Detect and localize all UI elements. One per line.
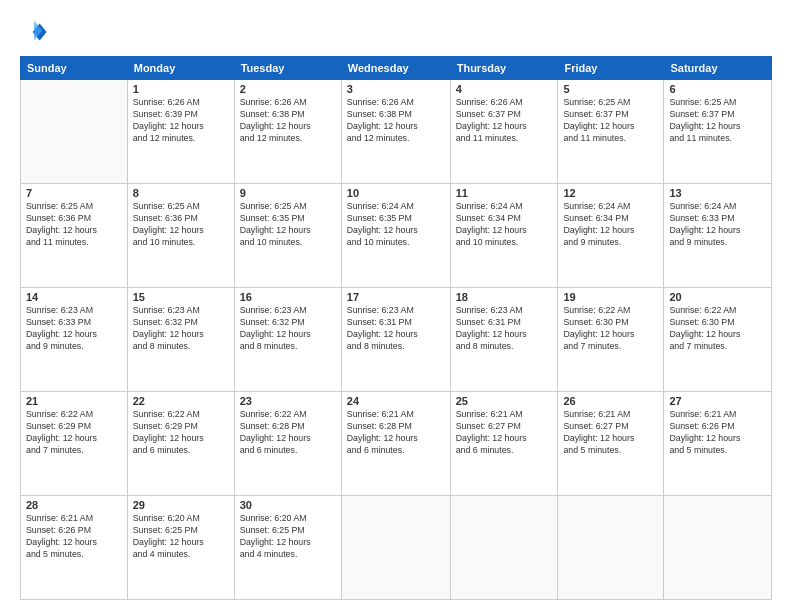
day-header-sunday: Sunday bbox=[21, 57, 128, 80]
day-cell: 21Sunrise: 6:22 AMSunset: 6:29 PMDayligh… bbox=[21, 392, 128, 496]
day-info: Sunrise: 6:26 AMSunset: 6:38 PMDaylight:… bbox=[240, 97, 336, 145]
day-info: Sunrise: 6:24 AMSunset: 6:34 PMDaylight:… bbox=[563, 201, 658, 249]
day-cell: 19Sunrise: 6:22 AMSunset: 6:30 PMDayligh… bbox=[558, 288, 664, 392]
day-cell bbox=[664, 496, 772, 600]
day-number: 25 bbox=[456, 395, 553, 407]
day-number: 9 bbox=[240, 187, 336, 199]
day-info: Sunrise: 6:21 AMSunset: 6:26 PMDaylight:… bbox=[669, 409, 766, 457]
day-info: Sunrise: 6:23 AMSunset: 6:32 PMDaylight:… bbox=[240, 305, 336, 353]
day-cell: 2Sunrise: 6:26 AMSunset: 6:38 PMDaylight… bbox=[234, 80, 341, 184]
day-cell bbox=[450, 496, 558, 600]
day-cell: 4Sunrise: 6:26 AMSunset: 6:37 PMDaylight… bbox=[450, 80, 558, 184]
day-number: 12 bbox=[563, 187, 658, 199]
day-header-friday: Friday bbox=[558, 57, 664, 80]
day-cell: 5Sunrise: 6:25 AMSunset: 6:37 PMDaylight… bbox=[558, 80, 664, 184]
week-row-4: 21Sunrise: 6:22 AMSunset: 6:29 PMDayligh… bbox=[21, 392, 772, 496]
day-number: 26 bbox=[563, 395, 658, 407]
day-info: Sunrise: 6:25 AMSunset: 6:36 PMDaylight:… bbox=[26, 201, 122, 249]
day-info: Sunrise: 6:22 AMSunset: 6:30 PMDaylight:… bbox=[563, 305, 658, 353]
day-info: Sunrise: 6:26 AMSunset: 6:37 PMDaylight:… bbox=[456, 97, 553, 145]
day-info: Sunrise: 6:23 AMSunset: 6:33 PMDaylight:… bbox=[26, 305, 122, 353]
day-info: Sunrise: 6:22 AMSunset: 6:30 PMDaylight:… bbox=[669, 305, 766, 353]
day-number: 11 bbox=[456, 187, 553, 199]
day-cell: 26Sunrise: 6:21 AMSunset: 6:27 PMDayligh… bbox=[558, 392, 664, 496]
day-cell: 1Sunrise: 6:26 AMSunset: 6:39 PMDaylight… bbox=[127, 80, 234, 184]
day-cell: 10Sunrise: 6:24 AMSunset: 6:35 PMDayligh… bbox=[341, 184, 450, 288]
day-info: Sunrise: 6:25 AMSunset: 6:35 PMDaylight:… bbox=[240, 201, 336, 249]
day-info: Sunrise: 6:21 AMSunset: 6:27 PMDaylight:… bbox=[563, 409, 658, 457]
page: SundayMondayTuesdayWednesdayThursdayFrid… bbox=[0, 0, 792, 612]
day-cell: 11Sunrise: 6:24 AMSunset: 6:34 PMDayligh… bbox=[450, 184, 558, 288]
day-cell: 6Sunrise: 6:25 AMSunset: 6:37 PMDaylight… bbox=[664, 80, 772, 184]
logo bbox=[20, 18, 52, 46]
day-info: Sunrise: 6:22 AMSunset: 6:29 PMDaylight:… bbox=[26, 409, 122, 457]
day-cell: 24Sunrise: 6:21 AMSunset: 6:28 PMDayligh… bbox=[341, 392, 450, 496]
day-cell bbox=[558, 496, 664, 600]
day-info: Sunrise: 6:24 AMSunset: 6:34 PMDaylight:… bbox=[456, 201, 553, 249]
day-cell: 16Sunrise: 6:23 AMSunset: 6:32 PMDayligh… bbox=[234, 288, 341, 392]
day-cell bbox=[341, 496, 450, 600]
day-info: Sunrise: 6:25 AMSunset: 6:37 PMDaylight:… bbox=[669, 97, 766, 145]
week-row-1: 1Sunrise: 6:26 AMSunset: 6:39 PMDaylight… bbox=[21, 80, 772, 184]
day-number: 23 bbox=[240, 395, 336, 407]
day-number: 1 bbox=[133, 83, 229, 95]
day-cell: 9Sunrise: 6:25 AMSunset: 6:35 PMDaylight… bbox=[234, 184, 341, 288]
day-info: Sunrise: 6:24 AMSunset: 6:33 PMDaylight:… bbox=[669, 201, 766, 249]
day-number: 22 bbox=[133, 395, 229, 407]
day-header-wednesday: Wednesday bbox=[341, 57, 450, 80]
day-number: 29 bbox=[133, 499, 229, 511]
day-cell: 22Sunrise: 6:22 AMSunset: 6:29 PMDayligh… bbox=[127, 392, 234, 496]
day-number: 16 bbox=[240, 291, 336, 303]
day-info: Sunrise: 6:23 AMSunset: 6:31 PMDaylight:… bbox=[347, 305, 445, 353]
day-number: 19 bbox=[563, 291, 658, 303]
calendar-table: SundayMondayTuesdayWednesdayThursdayFrid… bbox=[20, 56, 772, 600]
day-number: 14 bbox=[26, 291, 122, 303]
day-cell bbox=[21, 80, 128, 184]
day-cell: 28Sunrise: 6:21 AMSunset: 6:26 PMDayligh… bbox=[21, 496, 128, 600]
day-number: 15 bbox=[133, 291, 229, 303]
day-cell: 8Sunrise: 6:25 AMSunset: 6:36 PMDaylight… bbox=[127, 184, 234, 288]
day-cell: 3Sunrise: 6:26 AMSunset: 6:38 PMDaylight… bbox=[341, 80, 450, 184]
day-number: 18 bbox=[456, 291, 553, 303]
day-cell: 15Sunrise: 6:23 AMSunset: 6:32 PMDayligh… bbox=[127, 288, 234, 392]
day-header-saturday: Saturday bbox=[664, 57, 772, 80]
day-cell: 27Sunrise: 6:21 AMSunset: 6:26 PMDayligh… bbox=[664, 392, 772, 496]
day-info: Sunrise: 6:20 AMSunset: 6:25 PMDaylight:… bbox=[240, 513, 336, 561]
day-cell: 29Sunrise: 6:20 AMSunset: 6:25 PMDayligh… bbox=[127, 496, 234, 600]
day-info: Sunrise: 6:26 AMSunset: 6:38 PMDaylight:… bbox=[347, 97, 445, 145]
day-cell: 7Sunrise: 6:25 AMSunset: 6:36 PMDaylight… bbox=[21, 184, 128, 288]
day-info: Sunrise: 6:23 AMSunset: 6:32 PMDaylight:… bbox=[133, 305, 229, 353]
day-info: Sunrise: 6:22 AMSunset: 6:29 PMDaylight:… bbox=[133, 409, 229, 457]
day-number: 17 bbox=[347, 291, 445, 303]
day-cell: 30Sunrise: 6:20 AMSunset: 6:25 PMDayligh… bbox=[234, 496, 341, 600]
day-header-thursday: Thursday bbox=[450, 57, 558, 80]
day-number: 3 bbox=[347, 83, 445, 95]
week-row-5: 28Sunrise: 6:21 AMSunset: 6:26 PMDayligh… bbox=[21, 496, 772, 600]
day-cell: 23Sunrise: 6:22 AMSunset: 6:28 PMDayligh… bbox=[234, 392, 341, 496]
logo-icon bbox=[20, 18, 48, 46]
day-number: 20 bbox=[669, 291, 766, 303]
week-row-2: 7Sunrise: 6:25 AMSunset: 6:36 PMDaylight… bbox=[21, 184, 772, 288]
day-info: Sunrise: 6:23 AMSunset: 6:31 PMDaylight:… bbox=[456, 305, 553, 353]
day-number: 30 bbox=[240, 499, 336, 511]
day-number: 7 bbox=[26, 187, 122, 199]
day-info: Sunrise: 6:26 AMSunset: 6:39 PMDaylight:… bbox=[133, 97, 229, 145]
day-header-tuesday: Tuesday bbox=[234, 57, 341, 80]
day-number: 28 bbox=[26, 499, 122, 511]
header bbox=[20, 18, 772, 46]
day-info: Sunrise: 6:25 AMSunset: 6:36 PMDaylight:… bbox=[133, 201, 229, 249]
day-info: Sunrise: 6:24 AMSunset: 6:35 PMDaylight:… bbox=[347, 201, 445, 249]
day-info: Sunrise: 6:21 AMSunset: 6:27 PMDaylight:… bbox=[456, 409, 553, 457]
day-header-monday: Monday bbox=[127, 57, 234, 80]
day-number: 10 bbox=[347, 187, 445, 199]
day-number: 8 bbox=[133, 187, 229, 199]
day-info: Sunrise: 6:20 AMSunset: 6:25 PMDaylight:… bbox=[133, 513, 229, 561]
day-number: 6 bbox=[669, 83, 766, 95]
day-info: Sunrise: 6:21 AMSunset: 6:28 PMDaylight:… bbox=[347, 409, 445, 457]
day-number: 27 bbox=[669, 395, 766, 407]
day-info: Sunrise: 6:25 AMSunset: 6:37 PMDaylight:… bbox=[563, 97, 658, 145]
day-number: 13 bbox=[669, 187, 766, 199]
day-cell: 12Sunrise: 6:24 AMSunset: 6:34 PMDayligh… bbox=[558, 184, 664, 288]
day-info: Sunrise: 6:21 AMSunset: 6:26 PMDaylight:… bbox=[26, 513, 122, 561]
day-cell: 17Sunrise: 6:23 AMSunset: 6:31 PMDayligh… bbox=[341, 288, 450, 392]
